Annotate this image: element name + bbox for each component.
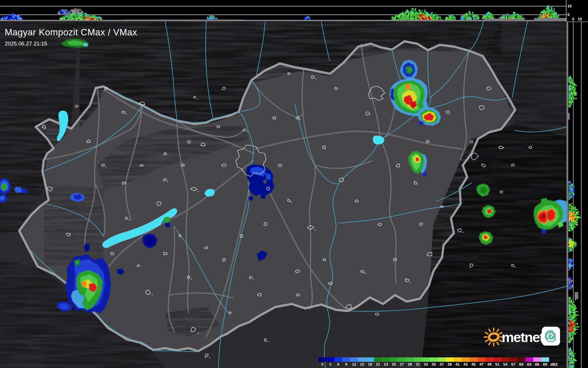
legend-swatch: [525, 357, 533, 362]
legend-swatch: [334, 357, 342, 362]
legend-swatch: [541, 357, 549, 362]
legend-swatch: [501, 357, 509, 362]
legend-swatch: [342, 357, 350, 362]
legend-step: 45: [470, 357, 477, 367]
legend-label: 57: [509, 362, 517, 367]
legend-label: 27: [398, 362, 406, 367]
legend-step: 47: [477, 357, 485, 367]
legend-label: 49: [485, 362, 493, 367]
legend-step: 35: [430, 357, 438, 367]
legend-label: 37: [438, 362, 446, 367]
metnet-logo: metnet: [482, 323, 562, 351]
legend-unit: dBZ: [550, 357, 558, 367]
right-axis-tick-5: 5: [572, 17, 574, 21]
legend-swatch: [446, 357, 454, 362]
legend-swatch: [358, 357, 366, 362]
legend-label: 0: [318, 362, 326, 367]
top-axis-tick-5: 5: [567, 13, 569, 17]
top-ground-bar: [0, 20, 566, 21]
legend-step: 33: [422, 357, 430, 367]
legend-step: 41: [454, 357, 462, 367]
legend-step: 23: [382, 357, 390, 367]
legend-swatch: [533, 357, 541, 362]
legend-swatch: [485, 357, 493, 362]
legend-step: 12: [350, 357, 358, 367]
legend-label: 6: [334, 362, 342, 367]
legend-swatch: [430, 357, 438, 362]
legend-swatch: [517, 357, 525, 362]
legend-label: 18: [366, 362, 374, 367]
legend-label: 29: [406, 362, 414, 367]
legend-step: 69: [541, 357, 549, 367]
legend-label: 41: [454, 362, 462, 367]
legend-label: 21: [374, 362, 382, 367]
legend-step: 37: [438, 357, 446, 367]
legend-step: 43: [462, 357, 470, 367]
legend-label: 43: [462, 362, 470, 367]
legend-swatch: [318, 357, 326, 362]
vmax-right-profile: [566, 0, 588, 368]
legend-swatch: [462, 357, 470, 362]
top-axis-tick-10: 10: [567, 4, 571, 8]
radar-composite-screen: Magyar Kompozit CMax / VMax 2025.06.27 2…: [0, 0, 588, 368]
dbz-legend: 0369121518212325272931333537394143454749…: [318, 357, 558, 367]
sun-icon: [484, 328, 503, 346]
legend-label: 15: [358, 362, 366, 367]
legend-swatch: [406, 357, 414, 362]
legend-label: 35: [430, 362, 438, 367]
legend-step: 21: [374, 357, 382, 367]
legend-step: 60: [517, 357, 525, 367]
legend-swatch: [350, 357, 358, 362]
legend-step: 63: [525, 357, 533, 367]
legend-step: 25: [390, 357, 398, 367]
legend-step: 0: [318, 357, 326, 367]
legend-swatch: [509, 357, 517, 362]
legend-swatch: [398, 357, 406, 362]
legend-step: 18: [366, 357, 374, 367]
legend-step: 49: [485, 357, 493, 367]
legend-label: 66: [533, 362, 541, 367]
legend-step: 39: [446, 357, 454, 367]
legend-swatch: [438, 357, 446, 362]
legend-step: 6: [334, 357, 342, 367]
legend-swatch: [454, 357, 462, 362]
legend-swatch: [414, 357, 422, 362]
right-ground-bar: [566, 21, 568, 368]
legend-step: 15: [358, 357, 366, 367]
legend-label: 23: [382, 362, 390, 367]
legend-swatch: [470, 357, 477, 362]
right-axis-tick-10: 10: [578, 17, 582, 21]
legend-label: 47: [477, 362, 485, 367]
legend-label: 39: [446, 362, 454, 367]
legend-swatch: [374, 357, 382, 362]
legend-swatch: [477, 357, 485, 362]
legend-swatch: [326, 357, 334, 362]
legend-step: 66: [533, 357, 541, 367]
metnet-wordmark: metnet: [502, 329, 544, 345]
legend-swatch: [493, 357, 501, 362]
legend-label: 9: [342, 362, 350, 367]
legend-label: 31: [414, 362, 422, 367]
vmax-top-profile: [0, 0, 566, 21]
legend-label: 3: [326, 362, 334, 367]
legend-swatch: [422, 357, 430, 362]
legend-step: 31: [414, 357, 422, 367]
legend-label: 12: [350, 362, 358, 367]
legend-step: 9: [342, 357, 350, 367]
legend-label: 25: [390, 362, 398, 367]
legend-step: 3: [326, 357, 334, 367]
legend-label: 45: [470, 362, 477, 367]
metnet-spiral-icon: [542, 327, 560, 346]
legend-label: 69: [541, 362, 549, 367]
legend-step: 54: [501, 357, 509, 367]
legend-step: 27: [398, 357, 406, 367]
legend-label: 63: [525, 362, 533, 367]
legend-label: 60: [517, 362, 525, 367]
legend-step: 57: [509, 357, 517, 367]
radar-map: [0, 0, 588, 368]
legend-step: 29: [406, 357, 414, 367]
legend-label: 54: [501, 362, 509, 367]
legend-label: 51: [493, 362, 501, 367]
legend-step: 51: [493, 357, 501, 367]
legend-swatch: [366, 357, 374, 362]
